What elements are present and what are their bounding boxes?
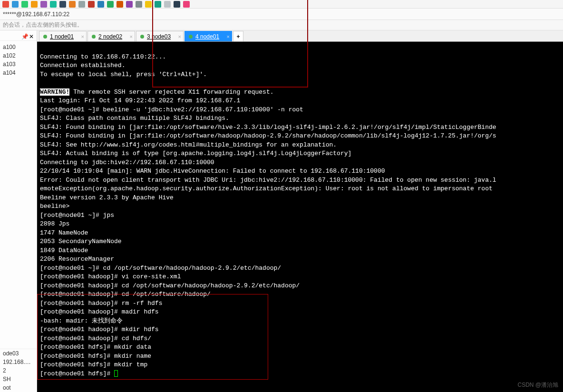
sidebar-item[interactable]: a102	[0, 51, 37, 60]
terminal-line	[40, 79, 560, 88]
session-tab[interactable]: 1 node01×	[39, 31, 87, 41]
tab-close-icon[interactable]: ×	[81, 34, 84, 39]
sidebar-session-list: a100a102a103a104	[0, 41, 37, 349]
terminal-line: Last login: Fri Oct 14 09:22:43 2022 fro…	[40, 97, 560, 106]
app-toolbar	[0, 0, 563, 9]
tab-label: 1 node01	[50, 33, 74, 40]
terminal-line: SLF4J: Class path contains multiple SLF4…	[40, 114, 560, 123]
terminal-line: [root@node01 hdfs]# mkdir tmp	[40, 361, 560, 370]
toolbar-icon[interactable]	[164, 1, 171, 8]
session-info-text: 的会话，点击左侧的箭头按钮。	[3, 21, 83, 29]
terminal-line: SLF4J: Found binding in [jar:file:/opt/s…	[40, 132, 560, 141]
terminal-line: 1849 DataNode	[40, 246, 560, 255]
tab-close-icon[interactable]: ×	[130, 34, 133, 39]
terminal-line: SLF4J: Actual binding is of type [org.ap…	[40, 149, 560, 158]
terminal-output[interactable]: Connecting to 192.168.67.110:22...Connec…	[37, 42, 563, 392]
terminal-line: 2053 SecondaryNameNode	[40, 237, 560, 246]
content-pane: 1 node01×2 node02×3 node03×4 node01×+ Co…	[37, 30, 563, 392]
terminal-cursor	[114, 370, 118, 377]
tab-label: 3 node03	[147, 33, 171, 40]
status-dot-icon	[140, 35, 144, 39]
toolbar-icon[interactable]	[31, 1, 38, 8]
toolbar-icon[interactable]	[2, 1, 9, 8]
terminal-line: [root@node01 hdfs]#	[40, 370, 560, 379]
session-tab[interactable]: 2 node02×	[87, 31, 135, 41]
close-icon[interactable]: ✕	[29, 33, 34, 38]
toolbar-icon[interactable]	[155, 1, 161, 8]
sidebar-detail-item[interactable]: 2	[0, 366, 37, 375]
status-dot-icon	[92, 35, 96, 39]
tab-label: 4 node01	[195, 33, 219, 40]
toolbar-icon[interactable]	[183, 1, 190, 8]
terminal-line: [root@node01 hadoop]# madir hdfs	[40, 308, 560, 317]
toolbar-icon[interactable]	[126, 1, 133, 8]
terminal-line: WARNING! The remote SSH server rejected …	[40, 88, 560, 97]
terminal-line: [root@node01 hdfs]# mkdir data	[40, 343, 560, 352]
terminal-line: -bash: madir: 未找到命令	[40, 317, 560, 326]
sidebar-item[interactable]: a104	[0, 69, 37, 77]
terminal-line: Error: Could not open client transport w…	[40, 176, 560, 185]
toolbar-icon[interactable]	[21, 1, 28, 8]
terminal-line: SLF4J: See http://www.slf4j.org/codes.ht…	[40, 141, 560, 150]
terminal-line: [root@node01 ~]# beeline -u 'jdbc:hive2:…	[40, 106, 560, 115]
session-info-bar: 的会话，点击左侧的箭头按钮。	[0, 20, 563, 30]
toolbar-icon[interactable]	[50, 1, 57, 8]
terminal-line: 2898 Jps	[40, 220, 560, 229]
add-tab-button[interactable]: +	[233, 31, 243, 41]
toolbar-icon[interactable]	[145, 1, 152, 8]
sidebar-item[interactable]: a100	[0, 43, 37, 51]
terminal-line: 1747 NameNode	[40, 229, 560, 238]
sidebar-detail-item[interactable]: ode03	[0, 349, 37, 358]
watermark: CSDN @潘治旭	[517, 381, 558, 389]
toolbar-icon[interactable]	[174, 1, 180, 8]
status-dot-icon	[43, 35, 47, 39]
terminal-line: Connection established.	[40, 61, 560, 70]
tab-label: 2 node02	[98, 33, 122, 40]
sidebar-detail-item[interactable]: oot	[0, 383, 37, 392]
session-tab[interactable]: 4 node01×	[184, 31, 232, 41]
terminal-line: To escape to local shell, press 'Ctrl+Al…	[40, 70, 560, 79]
tab-close-icon[interactable]: ×	[227, 34, 230, 39]
toolbar-icon[interactable]	[107, 1, 114, 8]
toolbar-icon[interactable]	[136, 1, 142, 8]
sidebar-item[interactable]: a103	[0, 60, 37, 69]
terminal-line: Connecting to jdbc:hive2://192.168.67.11…	[40, 158, 560, 167]
toolbar-icon[interactable]	[78, 1, 85, 8]
toolbar-icon[interactable]	[97, 1, 104, 8]
terminal-line: emoteException(org.apache.hadoop.securit…	[40, 185, 560, 194]
terminal-line: [root@node01 hadoop]# vi core-site.xml	[40, 273, 560, 282]
terminal-line: [root@node01 hadoop]# mkdir hdfs	[40, 325, 560, 334]
terminal-line: [root@node01 ~]# cd /opt/software/hadoop…	[40, 264, 560, 273]
terminal-line: [root@node01 hadoop]# cd /opt/software/h…	[40, 290, 560, 299]
sidebar-detail-item[interactable]: 192.168.67...	[0, 358, 37, 366]
pin-icon[interactable]: 📌	[21, 33, 26, 38]
session-sidebar: 📌 ✕ a100a102a103a104 ode03192.168.67...2…	[0, 30, 37, 392]
toolbar-icon[interactable]	[12, 1, 19, 8]
terminal-line: Connecting to 192.168.67.110:22...	[40, 53, 560, 62]
terminal-line	[40, 44, 560, 53]
sidebar-detail-item[interactable]: SH	[0, 375, 37, 383]
toolbar-icon[interactable]	[40, 1, 47, 8]
terminal-line: [root@node01 hadoop]# cd /opt/software/h…	[40, 282, 560, 291]
terminal-line: beeline>	[40, 202, 560, 211]
toolbar-icon[interactable]	[88, 1, 95, 8]
terminal-line: 22/10/14 10:19:04 [main]: WARN jdbc.Hive…	[40, 167, 560, 176]
session-tab[interactable]: 3 node03×	[136, 31, 184, 41]
sidebar-bottom-list: ode03192.168.67...2SHoot	[0, 349, 37, 392]
toolbar-icon[interactable]	[116, 1, 123, 8]
status-dot-icon	[189, 35, 193, 39]
terminal-line: [root@node01 ~]# jps	[40, 211, 560, 220]
toolbar-icon[interactable]	[59, 1, 66, 8]
terminal-line: [root@node01 hdfs]# mkdir name	[40, 352, 560, 361]
tabs-bar: 1 node01×2 node02×3 node03×4 node01×+	[37, 30, 563, 42]
terminal-line: SLF4J: Found binding in [jar:file:/opt/s…	[40, 123, 560, 132]
terminal-line: Beeline version 2.3.3 by Apache Hive	[40, 194, 560, 203]
terminal-line: 2206 ResourceManager	[40, 255, 560, 264]
terminal-line: [root@node01 hadoop]# rm -rf hdfs	[40, 299, 560, 308]
window-title: ******@192.168.67.110:22	[3, 11, 69, 18]
toolbar-icon[interactable]	[69, 1, 76, 8]
tab-close-icon[interactable]: ×	[178, 34, 181, 39]
window-title-bar: ******@192.168.67.110:22	[0, 9, 563, 20]
sidebar-header: 📌 ✕	[0, 30, 37, 41]
terminal-line: [root@node01 hadoop]# cd hdfs/	[40, 334, 560, 343]
